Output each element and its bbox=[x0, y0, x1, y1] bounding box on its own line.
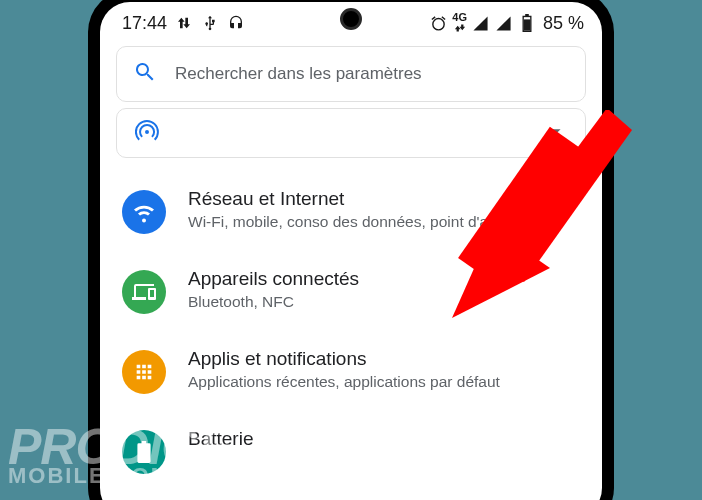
data-transfer-icon bbox=[175, 14, 193, 32]
devices-icon bbox=[122, 270, 166, 314]
settings-item-network[interactable]: Réseau et Internet Wi-Fi, mobile, conso … bbox=[100, 172, 602, 252]
battery-percent: 85 % bbox=[543, 13, 584, 34]
item-title: Batterie bbox=[188, 428, 582, 450]
battery-item-icon bbox=[122, 430, 166, 474]
alarm-icon bbox=[429, 14, 447, 32]
screen: 17:44 4G bbox=[100, 2, 602, 500]
quick-suggestion-row[interactable] bbox=[116, 108, 586, 158]
headset-icon bbox=[227, 14, 245, 32]
network-type: 4G bbox=[452, 12, 467, 34]
svg-rect-2 bbox=[524, 17, 530, 19]
front-camera bbox=[340, 8, 362, 30]
search-icon bbox=[133, 60, 157, 88]
wifi-icon bbox=[122, 190, 166, 234]
phone-frame: 17:44 4G bbox=[88, 0, 614, 500]
item-title: Applis et notifications bbox=[188, 348, 582, 370]
hotspot-icon bbox=[135, 119, 159, 147]
item-subtitle: Applications récentes, applications par … bbox=[188, 372, 582, 393]
settings-item-connected-devices[interactable]: Appareils connectés Bluetooth, NFC bbox=[100, 252, 602, 332]
item-title: Réseau et Internet bbox=[188, 188, 582, 210]
settings-item-battery[interactable]: Batterie bbox=[100, 412, 602, 492]
usb-icon bbox=[201, 14, 219, 32]
signal-1-icon bbox=[472, 14, 490, 32]
settings-search[interactable]: Rechercher dans les paramètres bbox=[116, 46, 586, 102]
settings-item-apps[interactable]: Applis et notifications Applications réc… bbox=[100, 332, 602, 412]
svg-rect-1 bbox=[524, 19, 530, 31]
clock: 17:44 bbox=[122, 13, 167, 34]
item-subtitle: Wi-Fi, mobile, conso des données, point … bbox=[188, 212, 582, 233]
chevron-down-icon bbox=[545, 120, 567, 146]
item-title: Appareils connectés bbox=[188, 268, 582, 290]
battery-icon bbox=[518, 14, 536, 32]
signal-2-icon bbox=[495, 14, 513, 32]
search-placeholder: Rechercher dans les paramètres bbox=[175, 64, 422, 84]
apps-icon bbox=[122, 350, 166, 394]
item-subtitle: Bluetooth, NFC bbox=[188, 292, 582, 313]
